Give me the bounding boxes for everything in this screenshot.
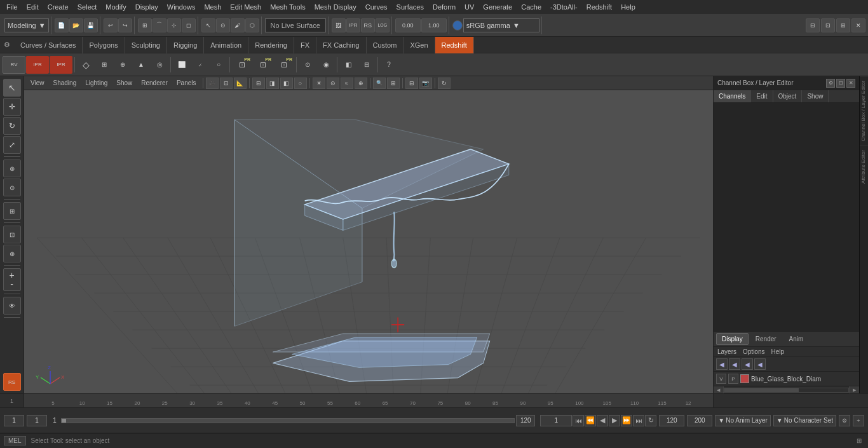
scale-input[interactable]: 1.00	[421, 18, 447, 32]
grid-toggle-btn[interactable]: ⊞	[387, 78, 400, 89]
display-wireframe-btn[interactable]: ⊟	[252, 78, 265, 89]
tab-sculpting[interactable]: Sculpting	[125, 37, 167, 53]
new-file-btn[interactable]: 📄	[55, 18, 69, 32]
minimize-btn[interactable]: ⊟	[806, 18, 820, 32]
circle-btn[interactable]: ○	[210, 56, 227, 74]
vp-menu-lighting[interactable]: Lighting	[81, 79, 111, 87]
display-textured-btn[interactable]: ◧	[280, 78, 293, 89]
menu-mesh-tools[interactable]: Mesh Tools	[266, 2, 309, 12]
cam-gate-btn[interactable]: ⊡	[220, 78, 233, 89]
menu-3dtoall[interactable]: -3DtoAll-	[546, 2, 581, 12]
step-forward-btn[interactable]: ⏩	[621, 415, 632, 426]
menu-generate[interactable]: Generate	[479, 2, 516, 12]
undo-btn[interactable]: ↩	[104, 18, 118, 32]
question-btn[interactable]: ?	[380, 56, 398, 74]
pr1-btn[interactable]: PR ⊡	[232, 56, 252, 74]
scene-canvas[interactable]: persp X Y Z	[24, 90, 713, 393]
layer-scrollbar[interactable]: ◀ ▶	[714, 386, 859, 393]
settings-icon[interactable]: ⚙	[0, 38, 14, 52]
frame-display-input[interactable]	[540, 415, 572, 426]
layer-p-btn[interactable]: P	[728, 374, 738, 384]
snap-curve-btn[interactable]: ⌒	[153, 18, 166, 32]
rv-btn[interactable]: RV	[3, 56, 25, 74]
vp-menu-view[interactable]: View	[27, 79, 48, 87]
dome-btn[interactable]: ⊙	[299, 56, 316, 74]
panel-close-btn[interactable]: ✕	[846, 79, 855, 88]
menu-select[interactable]: Select	[74, 2, 101, 12]
play-forward-btn[interactable]: ▶	[609, 415, 620, 426]
tab-redshift[interactable]: Redshift	[435, 37, 474, 53]
redo-btn[interactable]: ↪	[118, 18, 132, 32]
scrollbar-track[interactable]	[724, 388, 849, 393]
tab-fx-caching[interactable]: FX Caching	[316, 37, 366, 53]
tab-rigging[interactable]: Rigging	[167, 37, 204, 53]
hud-btn[interactable]: ⊟	[405, 78, 418, 89]
range-end-input[interactable]	[516, 415, 535, 426]
layer-menu-options[interactable]: Options	[743, 348, 764, 355]
coord-input[interactable]: 0.00	[395, 18, 421, 32]
mat1-btn[interactable]: ◧	[339, 56, 357, 74]
paint2-btn[interactable]: ⊕	[3, 245, 21, 262]
menu-uv[interactable]: UV	[461, 2, 478, 12]
menu-mesh-display[interactable]: Mesh Display	[311, 2, 360, 12]
vtab-channel-box[interactable]: Channel Box / Layer Editor	[860, 76, 868, 146]
isolate-btn[interactable]: 🔍	[373, 78, 386, 89]
tab-xgen[interactable]: XGen	[403, 37, 435, 53]
screenshot-btn[interactable]: 📷	[419, 78, 432, 89]
snap-grid-btn[interactable]: ⊞	[138, 18, 152, 32]
select-btn[interactable]: ↖	[201, 18, 215, 32]
skip-to-end-btn[interactable]: ⏭	[633, 415, 644, 426]
pr2-btn[interactable]: PR ⊡	[253, 56, 273, 74]
ipr-icon-btn[interactable]: IPR	[26, 56, 49, 74]
grid-btn1[interactable]: ⊞	[95, 56, 113, 74]
close-panel-btn[interactable]: ✕	[851, 18, 865, 32]
vp-menu-shading[interactable]: Shading	[50, 79, 81, 87]
timeline-ruler[interactable]: 5 10 15 20 25 30 35 40 45 50 55 60 65 70…	[24, 394, 713, 407]
anim-layer-dropdown[interactable]: ▼ No Anim Layer	[715, 415, 771, 426]
char-set-dropdown[interactable]: ▼ No Character Set	[773, 415, 836, 426]
shadow-btn[interactable]: ☀	[313, 78, 325, 89]
timeline-slider[interactable]	[61, 418, 515, 423]
cam-film-btn[interactable]: 🎥	[206, 78, 219, 89]
open-file-btn[interactable]: 📂	[69, 18, 83, 32]
loop-btn[interactable]: ↻	[645, 415, 656, 426]
ao-btn[interactable]: ⊙	[327, 78, 339, 89]
show-manip-btn[interactable]: ⊞	[3, 202, 21, 220]
layer-add3-btn[interactable]: ◀	[742, 358, 753, 370]
lasso2-btn[interactable]: ⊡	[3, 226, 21, 243]
scrollbar-left-btn[interactable]: ◀	[714, 386, 724, 394]
menu-edit[interactable]: Edit	[23, 2, 43, 12]
ch-tab-edit[interactable]: Edit	[751, 90, 773, 102]
donut-btn[interactable]: ◎	[151, 56, 168, 74]
menu-mesh[interactable]: Mesh	[200, 2, 225, 12]
skip-to-start-btn[interactable]: ⏮	[573, 415, 584, 426]
slash-btn[interactable]: ⌿	[191, 56, 209, 74]
menu-help[interactable]: Help	[617, 2, 639, 12]
layer-tab-render[interactable]: Render	[750, 333, 782, 345]
char-set-add-btn[interactable]: +	[853, 415, 864, 426]
rotate-btn[interactable]: ↻	[3, 117, 21, 135]
ipr2-btn[interactable]: IPR	[50, 56, 72, 74]
mode-dropdown[interactable]: Modeling ▼	[4, 18, 49, 32]
tab-polygons[interactable]: Polygons	[83, 37, 125, 53]
log-btn[interactable]: LOG	[376, 18, 390, 32]
vp-menu-show[interactable]: Show	[112, 79, 136, 87]
scrollbar-right-btn[interactable]: ▶	[849, 386, 859, 394]
status-right-icon[interactable]: ⊞	[854, 437, 864, 444]
menu-surfaces[interactable]: Surfaces	[393, 2, 428, 12]
ch-tab-object[interactable]: Object	[773, 90, 803, 102]
layer-visibility-btn[interactable]: V	[716, 374, 726, 384]
pr3-btn[interactable]: PR ⊡	[274, 56, 294, 74]
diamond-btn[interactable]: ◇	[77, 56, 95, 74]
menu-deform[interactable]: Deform	[429, 2, 459, 12]
vtab-attribute-editor[interactable]: Attribute Editor	[860, 146, 868, 187]
rs-btn[interactable]: RS	[361, 18, 375, 32]
tab-animation[interactable]: Animation	[204, 37, 248, 53]
scale2-btn[interactable]: ⤢	[3, 136, 21, 154]
universal-btn[interactable]: ⊛	[3, 160, 21, 177]
menu-cache[interactable]: Cache	[517, 2, 545, 12]
sync-btn[interactable]: ↻	[438, 78, 451, 89]
cam-res-btn[interactable]: 📐	[234, 78, 247, 89]
playback-end-input[interactable]	[659, 415, 684, 426]
light2-btn[interactable]: ◉	[317, 56, 335, 74]
